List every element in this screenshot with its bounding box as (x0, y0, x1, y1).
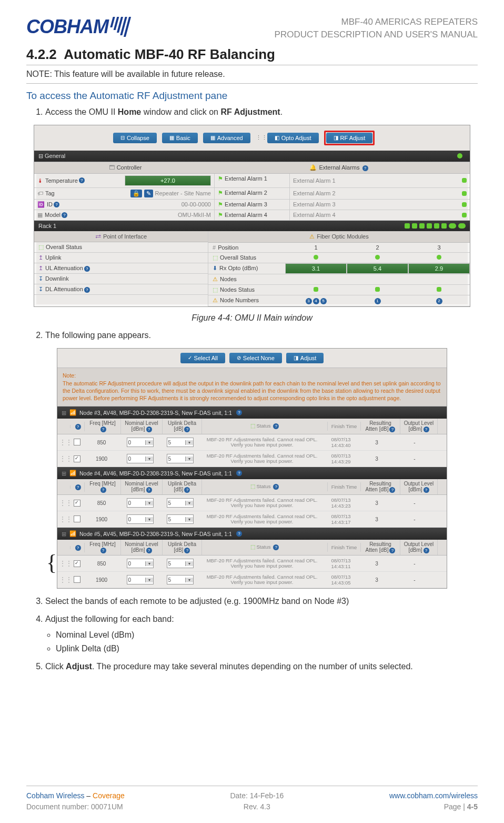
help-icon[interactable]: ? (84, 287, 90, 293)
rack-header[interactable]: Rack 1 (34, 221, 470, 231)
select-none-button[interactable]: ⊘Select None (229, 353, 282, 363)
row-checkbox[interactable] (74, 515, 80, 522)
chevron-down-icon: ▾ (185, 561, 193, 566)
nominal-select[interactable]: 0▾ (127, 559, 154, 568)
row-checkbox[interactable] (74, 500, 80, 507)
status-dot-icon (314, 287, 318, 292)
footer-url[interactable]: www.cobham.com/wireless (389, 790, 478, 801)
help-icon[interactable]: ? (75, 545, 81, 551)
help-icon[interactable]: ? (100, 427, 106, 432)
chevron-down-icon: ▾ (145, 501, 153, 505)
help-icon[interactable]: ? (236, 410, 242, 415)
node-badge[interactable]: 4 (313, 298, 319, 304)
node-header[interactable]: ⊞📶 Node #5, AV45, MBF-20-D-2308-2319-S, … (57, 528, 447, 540)
help-icon[interactable]: ? (100, 548, 106, 553)
help-icon[interactable]: ? (273, 423, 279, 429)
node-icon: 📶 (69, 470, 76, 477)
subtitle-blue: To access the Automatic RF Adjustment pa… (26, 90, 478, 102)
adjust-button[interactable]: ◨Adjust (286, 353, 324, 363)
row-checkbox[interactable] (74, 560, 80, 567)
select-all-button[interactable]: ✓Select All (180, 353, 225, 363)
status-dot-icon (462, 213, 467, 217)
help-icon[interactable]: ? (100, 487, 106, 493)
collapse-button[interactable]: ⊟Collapse (113, 133, 157, 143)
opto-adjust-button[interactable]: ◧Opto Adjust (267, 133, 319, 143)
row-checkbox[interactable] (74, 576, 80, 583)
help-icon[interactable]: ? (184, 487, 190, 493)
logo-text: COBHAM (26, 16, 108, 38)
help-icon[interactable]: ? (424, 427, 429, 432)
lock-icon[interactable]: 🔒 (130, 190, 142, 197)
help-icon[interactable]: ? (146, 548, 152, 553)
node-badge[interactable]: 2 (436, 298, 442, 304)
uplink-select[interactable]: 5▾ (167, 514, 194, 524)
edit-icon[interactable]: ✎ (144, 190, 153, 197)
col-uplink: Uplink Delta [dB]? (163, 479, 202, 494)
none-icon: ⊘ (237, 355, 241, 361)
uplink-select[interactable]: 5▾ (167, 454, 194, 463)
help-icon[interactable]: ? (236, 531, 242, 537)
status-dot-icon (375, 287, 380, 292)
uplink-select[interactable]: 5▾ (167, 559, 194, 568)
general-header[interactable]: ⊟ General (34, 151, 470, 162)
step-1: Access the OMU II Home window and click … (45, 106, 478, 118)
help-icon[interactable]: ? (236, 470, 242, 476)
footer-brand: Cobham Wireless (26, 791, 84, 800)
help-icon[interactable]: ? (389, 487, 395, 493)
nominal-select[interactable]: 0▾ (127, 438, 154, 447)
help-icon[interactable]: ? (424, 487, 429, 493)
basic-button[interactable]: ▦Basic (162, 133, 198, 143)
uplink-select[interactable]: 5▾ (167, 575, 194, 584)
help-icon[interactable]: ? (424, 548, 429, 553)
help-icon[interactable]: ? (79, 177, 85, 183)
col-output: Output Level [dBm]? (400, 419, 438, 434)
rf-adjust-button[interactable]: ◨RF Adjust (326, 133, 373, 143)
nominal-select[interactable]: 0▾ (127, 514, 154, 524)
status-icon: ⬚ (38, 244, 44, 250)
help-icon[interactable]: ? (84, 266, 90, 272)
cell-atten: 3 (357, 559, 396, 569)
help-icon[interactable]: ? (389, 548, 395, 553)
chevron-down-icon: ▾ (185, 440, 193, 445)
help-icon[interactable]: ? (75, 424, 81, 430)
help-icon[interactable]: ? (389, 427, 395, 432)
help-icon[interactable]: ? (75, 484, 81, 490)
node-icon: 📶 (69, 409, 76, 416)
nominal-select[interactable]: 0▾ (127, 498, 154, 508)
uplink-select[interactable]: 5▾ (167, 498, 194, 508)
help-icon[interactable]: ? (184, 548, 190, 553)
cell-freq: 850 (84, 498, 119, 508)
help-icon[interactable]: ? (273, 544, 279, 550)
help-icon[interactable]: ? (184, 427, 190, 432)
rx-icon: ⬇ (213, 265, 217, 271)
node-badge[interactable]: 5 (320, 298, 327, 304)
chevron-down-icon: ▾ (145, 578, 153, 582)
status-dot-icon (437, 287, 441, 292)
uplink-select[interactable]: 5▾ (167, 438, 194, 447)
collapse-icon: ⊟ (120, 135, 125, 141)
help-icon[interactable]: ? (362, 165, 368, 171)
node-header[interactable]: ⊞📶 Node #3, AV48, MBF-20-D-2308-2319-S, … (57, 406, 447, 419)
help-icon[interactable]: ? (54, 202, 59, 207)
help-icon[interactable]: ? (146, 487, 152, 493)
model-icon: ▦ (37, 212, 43, 219)
status-dot-icon (462, 178, 467, 183)
row-checkbox[interactable] (74, 455, 80, 462)
adj-table-header: ?Freq [MHz]?Nominal Level [dBm]?Uplink D… (57, 540, 447, 556)
row-checkbox[interactable] (74, 439, 80, 445)
expand-icon: ⊞ (62, 410, 66, 416)
node-badge[interactable]: 1 (375, 298, 381, 304)
col-atten: Resulting Atten [dB]? (361, 479, 400, 494)
row-model: ▦Model ?OMU-MkII-M ⚑ External Alarm 4Ext… (34, 210, 470, 221)
node-badge[interactable]: 3 (306, 298, 312, 304)
header-line2: PRODUCT DESCRIPTION AND USER'S MANUAL (275, 28, 478, 41)
advanced-button[interactable]: ▦Advanced (203, 133, 250, 143)
nominal-select[interactable]: 0▾ (127, 454, 154, 463)
node-header[interactable]: ⊞📶 Node #4, AV46, MBF-20-D-2308-2319-S, … (57, 467, 447, 479)
help-icon[interactable]: ? (146, 427, 152, 432)
help-icon[interactable]: ? (62, 212, 67, 218)
nominal-select[interactable]: 0▾ (127, 575, 154, 584)
col-freq: Freq [MHz]? (85, 540, 121, 555)
logo: COBHAM (26, 16, 130, 38)
help-icon[interactable]: ? (273, 484, 279, 490)
